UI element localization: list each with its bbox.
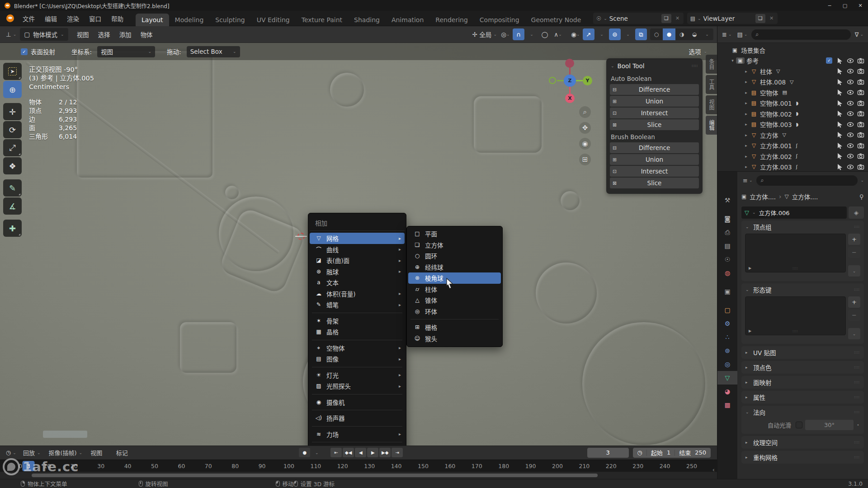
mesh-menu-item-circle[interactable]: ○ 圆环	[408, 250, 501, 262]
datablock-name-field[interactable]: ▽ ⌄ 立方体.006	[741, 206, 847, 219]
tab-shading[interactable]: Shading	[348, 14, 386, 26]
eye-icon[interactable]	[847, 89, 854, 96]
eye-icon[interactable]	[847, 100, 854, 107]
remove-shape-key-button[interactable]: −	[848, 310, 860, 321]
camera-icon[interactable]	[857, 164, 864, 170]
camera-icon[interactable]	[857, 142, 864, 149]
copy-scene-button[interactable]: ❏	[661, 14, 671, 23]
add-menu-item-empty[interactable]: ⌖ 空物体 ▸	[310, 343, 405, 354]
add-menu-item-metaball[interactable]: ⊛ 融球 ▸	[310, 266, 405, 277]
fake-user-button[interactable]: ◈	[849, 206, 864, 219]
topbar-menu[interactable]: 文件	[18, 13, 40, 24]
camera-icon[interactable]	[857, 89, 864, 96]
auto-boolean-difference-button[interactable]: ⊟ Difference	[610, 84, 699, 95]
gizmo-axis-neg-x[interactable]	[549, 77, 556, 84]
selectable-icon[interactable]	[837, 89, 844, 96]
remove-vertex-group-button[interactable]: −	[848, 247, 860, 258]
collapse-icon[interactable]: ⌄	[611, 64, 614, 68]
tab-texture-paint[interactable]: Texture Paint	[296, 14, 348, 26]
shading-material-button[interactable]: ◑	[675, 28, 688, 40]
move-tool[interactable]: ✛	[3, 103, 22, 120]
selectable-icon[interactable]	[837, 153, 844, 160]
eye-icon[interactable]	[847, 79, 854, 85]
topbar-menu[interactable]: 渲染	[62, 13, 84, 24]
outliner-row-cube-002[interactable]: ▸ ▽ 立方体.002 ʃ ✓	[717, 151, 868, 162]
selectable-icon[interactable]	[837, 57, 844, 64]
object-name[interactable]: 参考	[746, 56, 759, 65]
add-cube-tool[interactable]: ✚	[3, 220, 22, 237]
outliner-row-cylinder-008[interactable]: ▸ ▽ 柱体.008 ▽ ✓	[717, 77, 868, 88]
npanel-tab-tool[interactable]: 工具	[706, 75, 717, 94]
panel-header[interactable]: ▸ 顶点色 ∷∷	[741, 361, 864, 374]
breadcrumb-data[interactable]: 立方体....	[792, 192, 818, 201]
outliner-row-reference[interactable]: ▾ ▣ 参考 ✓	[717, 56, 868, 66]
selectable-icon[interactable]	[837, 164, 844, 170]
surface-project-checkbox[interactable]: ✓	[21, 48, 28, 55]
visibility-select[interactable]: ◉⌄	[570, 28, 581, 40]
filter-button[interactable]: ∇ ⌄	[854, 30, 865, 39]
camera-icon[interactable]	[857, 57, 864, 64]
disclosure-icon[interactable]: ▸	[743, 101, 750, 105]
gizmo-axis-neg-y[interactable]	[565, 59, 574, 68]
properties-tab-object-data[interactable]: ▽	[717, 371, 737, 385]
tab-layout[interactable]: Layout	[136, 14, 169, 26]
add-menu-item-volume[interactable]: ☁ 体积(音量) ▸	[310, 288, 405, 300]
camera-icon[interactable]	[857, 131, 864, 138]
disclosure-icon[interactable]: ▸	[743, 90, 750, 95]
add-menu-item-image[interactable]: ▤ 图像 ▸	[310, 353, 405, 365]
remove-viewlayer-icon[interactable]: ✕	[768, 15, 776, 21]
properties-tab-modifiers[interactable]: ⚙	[717, 317, 737, 330]
orientation-select[interactable]: ✢ 全局 ⌄	[471, 28, 498, 40]
disclosure-icon[interactable]: ▸	[743, 112, 750, 116]
eye-icon[interactable]	[847, 110, 854, 117]
navigation-gizmo[interactable]: Z Y X	[545, 56, 595, 106]
panel-header[interactable]: ⌄ 形态键 ∷∷	[741, 283, 864, 296]
gizmo-settings[interactable]: ⌄	[596, 28, 608, 40]
tab-geometry-node[interactable]: Geometry Node	[525, 14, 587, 26]
viewport-menu-object[interactable]: 物体	[136, 28, 157, 40]
add-menu-item-camera[interactable]: ◉ 摄像机 ▸	[310, 397, 405, 408]
outliner-row-cylinder[interactable]: ▸ ▽ 柱体 ▽ ✓	[717, 66, 868, 77]
shading-solid-button[interactable]: ●	[663, 28, 675, 40]
brush-boolean-union-button[interactable]: ⊞ Union	[610, 154, 699, 165]
mesh-menu-item-cone[interactable]: △ 锥体	[408, 295, 501, 306]
add-menu-item-armature[interactable]: ✶ 骨架 ▸	[310, 315, 405, 327]
expand-icon[interactable]: ▶	[749, 329, 751, 333]
panel-header[interactable]: ▸ 纹理空间 ∷∷	[741, 436, 864, 449]
properties-tab-texture[interactable]: ▩	[717, 398, 737, 412]
camera-icon[interactable]	[857, 100, 864, 107]
viewport-menu-add[interactable]: 添加	[115, 28, 136, 40]
mesh-menu-item-ico-sphere[interactable]: ⊗ 棱角球	[408, 272, 501, 284]
viewlayer-selector[interactable]: ▤ ⌄ ViewLayer ❏ ✕	[687, 13, 778, 24]
add-menu-item-curve[interactable]: ⌒ 曲线 ▸	[310, 244, 405, 255]
minimize-button[interactable]: ─	[822, 0, 837, 11]
tab-uv-editing[interactable]: UV Editing	[251, 14, 296, 26]
auto-smooth-angle-field[interactable]: 30°	[805, 420, 854, 430]
disclosure-icon[interactable]: ▸	[743, 164, 750, 169]
camera-icon[interactable]	[857, 121, 864, 128]
camera-icon[interactable]	[857, 110, 864, 117]
add-menu-item-speaker[interactable]: ◁) 扬声器 ▸	[310, 413, 405, 424]
animate-dot-icon[interactable]: •	[857, 422, 859, 427]
gizmo-axis-x[interactable]: X	[565, 94, 575, 103]
disclosure-icon[interactable]: ▾	[729, 58, 736, 63]
scene-selector[interactable]: ☉ ⌄ Scene ❏ ✕	[593, 13, 683, 24]
gizmo-axis-y[interactable]: Y	[583, 76, 592, 85]
pivot-select[interactable]: ◎⌄	[500, 28, 511, 40]
tab-modeling[interactable]: Modeling	[169, 14, 210, 26]
panel-header[interactable]: ▸ 面映射 ∷∷	[741, 376, 864, 389]
camera-icon[interactable]	[857, 153, 864, 160]
mesh-menu-item-uv-sphere[interactable]: ⊕ 经纬球	[408, 262, 501, 273]
eye-icon[interactable]	[847, 57, 854, 64]
show-gizmo-toggle[interactable]: ↗	[583, 28, 594, 40]
object-name[interactable]: 空物体.001	[760, 99, 792, 108]
zoom-button[interactable]: ⌕	[579, 106, 591, 118]
mesh-menu-item-cylinder[interactable]: ⌭ 柱体	[408, 284, 501, 295]
shape-key-specials-button[interactable]: ⌄	[848, 328, 860, 339]
camera-icon[interactable]	[857, 79, 864, 85]
brush-boolean-intersect-button[interactable]: ⊡ Intersect	[610, 166, 699, 177]
auto-boolean-slice-button[interactable]: ⊠ Slice	[610, 119, 699, 130]
timeline-menu-view[interactable]: 视图 ⌄	[86, 447, 112, 458]
timeline-menu-marker[interactable]: 标记 ⌄	[112, 447, 138, 458]
cursor-tool[interactable]: ⊕	[3, 81, 22, 98]
